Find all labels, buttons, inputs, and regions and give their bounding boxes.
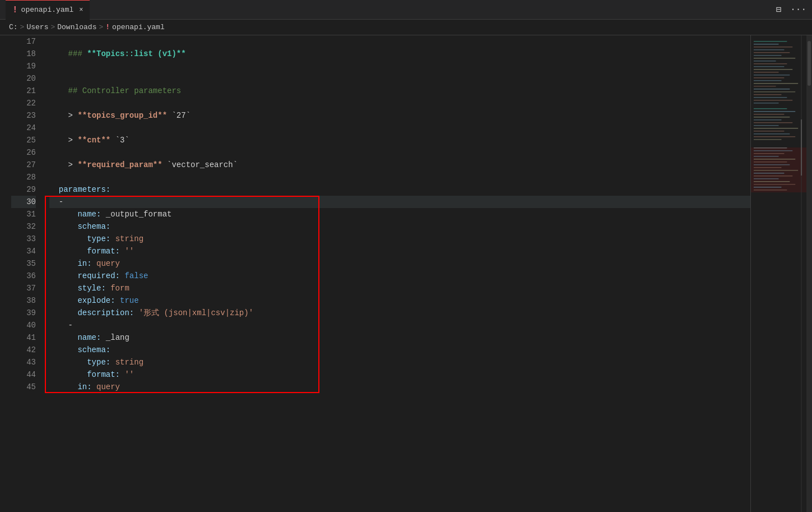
svg-rect-18 bbox=[754, 89, 790, 90]
svg-rect-8 bbox=[754, 61, 776, 62]
code-line: in: query bbox=[49, 381, 750, 393]
code-line: explode: true bbox=[49, 294, 750, 307]
tab-close-button[interactable]: × bbox=[79, 6, 83, 14]
minimap[interactable] bbox=[750, 35, 806, 512]
svg-rect-33 bbox=[754, 133, 790, 135]
vertical-scrollbar[interactable] bbox=[806, 35, 812, 512]
breadcrumb-users[interactable]: Users bbox=[26, 23, 48, 31]
svg-rect-34 bbox=[754, 136, 795, 137]
line-number: 40 bbox=[11, 319, 36, 331]
svg-rect-25 bbox=[754, 111, 795, 112]
svg-rect-38 bbox=[754, 150, 792, 151]
svg-rect-9 bbox=[754, 63, 787, 64]
code-line: parameters: bbox=[49, 183, 750, 196]
line-number: 20 bbox=[11, 72, 36, 85]
line-number: 24 bbox=[11, 122, 36, 134]
svg-rect-41 bbox=[754, 159, 795, 160]
breadcrumb-filename[interactable]: openapi.yaml bbox=[112, 23, 165, 31]
code-line: style: form bbox=[49, 282, 750, 294]
scrollbar-thumb[interactable] bbox=[808, 41, 811, 86]
code-line: schema: bbox=[49, 220, 750, 233]
svg-rect-14 bbox=[754, 77, 784, 79]
svg-rect-10 bbox=[754, 66, 784, 67]
line-number: 18 bbox=[11, 48, 36, 60]
breadcrumb-file-icon: ! bbox=[105, 23, 110, 31]
code-line bbox=[49, 122, 750, 134]
line-number: 39 bbox=[11, 307, 36, 319]
line-number: 30 bbox=[11, 196, 36, 208]
editor-tab[interactable]: ! openapi.yaml × bbox=[6, 0, 90, 20]
svg-rect-15 bbox=[754, 80, 782, 81]
svg-rect-35 bbox=[754, 139, 782, 140]
svg-rect-42 bbox=[754, 162, 787, 163]
tab-group: ! openapi.yaml × bbox=[6, 0, 90, 20]
line-number: 34 bbox=[11, 245, 36, 257]
line-number: 32 bbox=[11, 220, 36, 233]
svg-rect-17 bbox=[754, 86, 776, 87]
svg-rect-45 bbox=[754, 170, 798, 171]
line-number: 38 bbox=[11, 294, 36, 307]
title-bar-actions: ⊟ ··· bbox=[776, 4, 806, 15]
svg-rect-24 bbox=[754, 108, 787, 109]
code-line bbox=[49, 171, 750, 183]
svg-rect-29 bbox=[754, 122, 792, 123]
svg-rect-30 bbox=[754, 125, 779, 126]
svg-rect-51 bbox=[754, 187, 782, 188]
title-bar: ! openapi.yaml × ⊟ ··· bbox=[0, 0, 812, 20]
code-line: ## Controller parameters bbox=[49, 85, 750, 97]
split-editor-icon[interactable]: ⊟ bbox=[776, 4, 782, 15]
code-line: type: string bbox=[49, 356, 750, 368]
code-line: - bbox=[49, 196, 750, 208]
svg-rect-16 bbox=[754, 83, 798, 84]
svg-rect-7 bbox=[754, 58, 795, 59]
code-line bbox=[49, 35, 750, 48]
line-number: 19 bbox=[11, 60, 36, 72]
svg-rect-31 bbox=[754, 128, 798, 129]
line-number: 26 bbox=[11, 146, 36, 159]
line-number: 27 bbox=[11, 159, 36, 171]
code-line: > **required_param** `vector_search` bbox=[49, 159, 750, 171]
svg-rect-5 bbox=[754, 52, 790, 53]
code-area: 1718192021222324252627282930313233343536… bbox=[0, 35, 750, 512]
more-actions-icon[interactable]: ··· bbox=[790, 4, 806, 15]
code-line bbox=[49, 97, 750, 109]
breadcrumb-drive[interactable]: C: bbox=[9, 23, 18, 31]
svg-rect-2 bbox=[754, 44, 779, 45]
svg-rect-49 bbox=[754, 181, 790, 182]
code-line bbox=[49, 146, 750, 159]
line-number: 43 bbox=[11, 356, 36, 368]
svg-rect-32 bbox=[754, 131, 784, 132]
line-number: 42 bbox=[11, 344, 36, 356]
svg-rect-52 bbox=[754, 190, 787, 191]
line-number: 45 bbox=[11, 381, 36, 393]
breadcrumb-downloads[interactable]: Downloads bbox=[57, 23, 96, 31]
line-number: 41 bbox=[11, 331, 36, 344]
code-line: schema: bbox=[49, 344, 750, 356]
svg-rect-28 bbox=[754, 119, 782, 121]
svg-rect-44 bbox=[754, 167, 782, 168]
code-line: required: false bbox=[49, 270, 750, 282]
code-content[interactable]: ### **Topics::list (v1)** ## Controller … bbox=[45, 35, 750, 512]
svg-rect-12 bbox=[754, 72, 779, 73]
breadcrumb-sep-3: > bbox=[99, 23, 103, 31]
code-line: format: '' bbox=[49, 368, 750, 381]
code-line: > **topics_group_id** `27` bbox=[49, 109, 750, 122]
svg-rect-50 bbox=[754, 184, 795, 185]
breadcrumb-sep-2: > bbox=[50, 23, 55, 31]
editor-main[interactable]: 1718192021222324252627282930313233343536… bbox=[0, 35, 750, 512]
svg-rect-13 bbox=[754, 75, 790, 76]
editor-container: 1718192021222324252627282930313233343536… bbox=[0, 35, 812, 512]
line-number: 17 bbox=[11, 35, 36, 48]
line-number: 44 bbox=[11, 368, 36, 381]
code-line: name: _output_format bbox=[49, 208, 750, 220]
code-line: in: query bbox=[49, 257, 750, 270]
line-number: 31 bbox=[11, 208, 36, 220]
code-line: name: _lang bbox=[49, 331, 750, 344]
breadcrumb: C: > Users > Downloads > ! openapi.yaml bbox=[0, 20, 812, 35]
line-numbers: 1718192021222324252627282930313233343536… bbox=[11, 35, 45, 512]
svg-rect-40 bbox=[754, 156, 779, 157]
line-number: 23 bbox=[11, 109, 36, 122]
line-number: 33 bbox=[11, 233, 36, 245]
line-number: 29 bbox=[11, 183, 36, 196]
svg-rect-23 bbox=[754, 103, 779, 104]
